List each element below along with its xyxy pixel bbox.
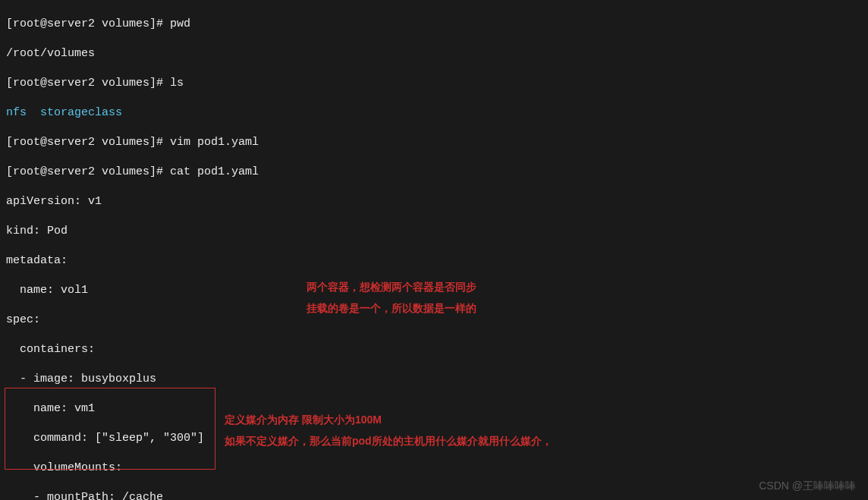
yaml-line: apiVersion: v1 xyxy=(6,194,862,209)
terminal-output[interactable]: [root@server2 volumes]# pwd /root/volume… xyxy=(0,0,868,500)
output-line: /root/volumes xyxy=(6,46,862,61)
dir-name: nfs xyxy=(6,106,27,119)
annotation-text: 挂载的卷是一个，所以数据是一样的 xyxy=(307,301,476,315)
shell-prompt: [root@server2 volumes]# xyxy=(6,165,170,178)
yaml-line: volumeMounts: xyxy=(6,461,862,476)
annotation-text: 定义媒介为内存 限制大小为100M xyxy=(225,413,382,426)
shell-prompt: [root@server2 volumes]# xyxy=(6,17,170,30)
cmd-line: [root@server2 volumes]# vim pod1.yaml xyxy=(6,135,862,150)
cmd-line: [root@server2 volumes]# pwd xyxy=(6,17,862,32)
cmd-text: ls xyxy=(170,77,184,90)
annotation-text: 两个容器，想检测两个容器是否同步 xyxy=(307,280,476,294)
ls-output: nfs storageclass xyxy=(6,105,862,121)
shell-prompt: [root@server2 volumes]# xyxy=(6,136,170,149)
dir-name: storageclass xyxy=(27,106,122,119)
shell-prompt: [root@server2 volumes]# xyxy=(6,77,170,90)
cmd-text: pwd xyxy=(170,17,190,30)
cmd-text: vim pod1.yaml xyxy=(170,136,259,149)
yaml-line: kind: Pod xyxy=(6,224,862,239)
yaml-line: containers: xyxy=(6,342,862,357)
yaml-line: metadata: xyxy=(6,253,862,269)
yaml-line: - image: busyboxplus xyxy=(6,372,862,387)
yaml-line: name: vm1 xyxy=(6,401,862,417)
cmd-line: [root@server2 volumes]# ls xyxy=(6,76,862,91)
cmd-text: cat pod1.yaml xyxy=(170,165,259,178)
watermark-text: CSDN @王唪唪唪唪 xyxy=(759,479,856,492)
cmd-line: [root@server2 volumes]# cat pod1.yaml xyxy=(6,165,862,180)
yaml-line: - mountPath: /cache xyxy=(6,490,862,501)
annotation-text: 如果不定义媒介，那么当前pod所处的主机用什么媒介就用什么媒介， xyxy=(225,434,552,448)
